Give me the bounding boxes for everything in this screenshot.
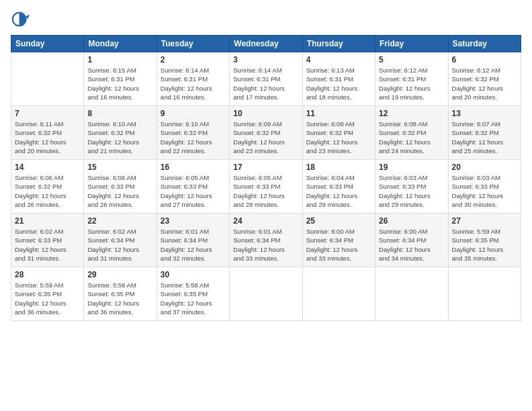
day-number: 13 [452,109,517,118]
day-number: 15 [87,163,152,172]
day-info: Sunrise: 6:06 AM Sunset: 6:32 PM Dayligh… [15,173,80,209]
day-number: 24 [233,216,298,226]
calendar-cell: 21Sunrise: 6:02 AM Sunset: 6:33 PM Dayli… [11,214,84,267]
calendar-cell: 13Sunrise: 6:07 AM Sunset: 6:32 PM Dayli… [448,106,521,160]
day-number: 8 [87,109,152,118]
day-info: Sunrise: 6:12 AM Sunset: 6:32 PM Dayligh… [452,66,517,101]
day-number: 4 [306,55,371,64]
calendar-cell: 10Sunrise: 6:09 AM Sunset: 6:32 PM Dayli… [230,106,302,160]
calendar-cell: 6Sunrise: 6:12 AM Sunset: 6:32 PM Daylig… [448,52,521,106]
day-info: Sunrise: 6:10 AM Sunset: 6:32 PM Dayligh… [161,120,226,155]
day-number: 3 [233,55,298,64]
day-info: Sunrise: 6:04 AM Sunset: 6:33 PM Dayligh… [306,173,371,209]
calendar-cell: 9Sunrise: 6:10 AM Sunset: 6:32 PM Daylig… [157,106,229,160]
day-info: Sunrise: 5:59 AM Sunset: 6:35 PM Dayligh… [15,281,80,316]
logo-icon [11,11,30,30]
day-number: 16 [161,163,226,172]
weekday-header: Monday [84,36,157,52]
day-info: Sunrise: 5:58 AM Sunset: 6:35 PM Dayligh… [161,281,226,316]
day-number: 21 [15,216,80,226]
day-info: Sunrise: 6:03 AM Sunset: 6:33 PM Dayligh… [452,173,517,209]
day-info: Sunrise: 6:08 AM Sunset: 6:32 PM Dayligh… [379,120,444,155]
calendar-cell [11,52,84,106]
day-number: 20 [452,163,517,172]
calendar-week-row: 21Sunrise: 6:02 AM Sunset: 6:33 PM Dayli… [11,214,521,267]
day-number: 29 [87,270,152,279]
day-info: Sunrise: 6:07 AM Sunset: 6:32 PM Dayligh… [452,120,517,155]
calendar-cell [448,267,521,321]
day-number: 5 [379,55,444,64]
weekday-header: Saturday [448,36,521,52]
day-number: 7 [15,109,80,118]
calendar-week-row: 7Sunrise: 6:11 AM Sunset: 6:32 PM Daylig… [11,106,521,160]
calendar-cell: 4Sunrise: 6:13 AM Sunset: 6:31 PM Daylig… [302,52,375,106]
calendar-cell: 30Sunrise: 5:58 AM Sunset: 6:35 PM Dayli… [157,267,229,321]
day-number: 28 [15,270,80,279]
day-info: Sunrise: 6:14 AM Sunset: 6:31 PM Dayligh… [161,66,226,101]
day-number: 25 [306,216,371,226]
day-info: Sunrise: 6:00 AM Sunset: 6:34 PM Dayligh… [379,227,444,263]
calendar-cell: 1Sunrise: 6:15 AM Sunset: 6:31 PM Daylig… [84,52,157,106]
calendar-week-row: 1Sunrise: 6:15 AM Sunset: 6:31 PM Daylig… [11,52,521,106]
day-number: 9 [161,109,226,118]
calendar-header-row: SundayMondayTuesdayWednesdayThursdayFrid… [11,36,521,52]
day-number: 19 [379,163,444,172]
calendar-cell [375,267,448,321]
day-info: Sunrise: 6:10 AM Sunset: 6:32 PM Dayligh… [87,120,152,155]
calendar-cell: 3Sunrise: 6:14 AM Sunset: 6:31 PM Daylig… [230,52,302,106]
day-info: Sunrise: 6:09 AM Sunset: 6:32 PM Dayligh… [233,120,298,155]
day-number: 22 [87,216,152,226]
day-info: Sunrise: 6:11 AM Sunset: 6:32 PM Dayligh… [15,120,80,155]
day-info: Sunrise: 5:59 AM Sunset: 6:35 PM Dayligh… [452,227,517,263]
calendar-cell: 17Sunrise: 6:05 AM Sunset: 6:33 PM Dayli… [230,160,302,214]
day-info: Sunrise: 6:15 AM Sunset: 6:31 PM Dayligh… [87,66,152,101]
day-info: Sunrise: 6:06 AM Sunset: 6:33 PM Dayligh… [87,173,152,209]
calendar-cell [302,267,375,321]
weekday-header: Friday [375,36,448,52]
day-number: 14 [15,163,80,172]
day-info: Sunrise: 6:14 AM Sunset: 6:31 PM Dayligh… [233,66,298,101]
calendar-cell: 24Sunrise: 6:01 AM Sunset: 6:34 PM Dayli… [230,214,302,267]
day-number: 6 [452,55,517,64]
day-info: Sunrise: 6:00 AM Sunset: 6:34 PM Dayligh… [306,227,371,263]
weekday-header: Tuesday [157,36,229,52]
calendar-cell: 26Sunrise: 6:00 AM Sunset: 6:34 PM Dayli… [375,214,448,267]
day-number: 18 [306,163,371,172]
calendar-cell: 2Sunrise: 6:14 AM Sunset: 6:31 PM Daylig… [157,52,229,106]
day-info: Sunrise: 6:03 AM Sunset: 6:33 PM Dayligh… [379,173,444,209]
day-number: 27 [452,216,517,226]
logo [11,11,32,30]
weekday-header: Sunday [11,36,84,52]
day-info: Sunrise: 6:12 AM Sunset: 6:31 PM Dayligh… [379,66,444,101]
calendar-cell: 12Sunrise: 6:08 AM Sunset: 6:32 PM Dayli… [375,106,448,160]
calendar-table: SundayMondayTuesdayWednesdayThursdayFrid… [11,35,521,321]
day-number: 30 [161,270,226,279]
day-number: 23 [161,216,226,226]
calendar-cell: 5Sunrise: 6:12 AM Sunset: 6:31 PM Daylig… [375,52,448,106]
calendar-cell: 25Sunrise: 6:00 AM Sunset: 6:34 PM Dayli… [302,214,375,267]
weekday-header: Wednesday [230,36,302,52]
calendar-cell: 28Sunrise: 5:59 AM Sunset: 6:35 PM Dayli… [11,267,84,321]
day-info: Sunrise: 6:13 AM Sunset: 6:31 PM Dayligh… [306,66,371,101]
calendar-cell: 19Sunrise: 6:03 AM Sunset: 6:33 PM Dayli… [375,160,448,214]
day-number: 11 [306,109,371,118]
day-number: 1 [87,55,152,64]
calendar-cell: 20Sunrise: 6:03 AM Sunset: 6:33 PM Dayli… [448,160,521,214]
calendar-cell: 15Sunrise: 6:06 AM Sunset: 6:33 PM Dayli… [84,160,157,214]
day-info: Sunrise: 6:01 AM Sunset: 6:34 PM Dayligh… [233,227,298,263]
weekday-header: Thursday [302,36,375,52]
calendar-cell: 7Sunrise: 6:11 AM Sunset: 6:32 PM Daylig… [11,106,84,160]
calendar-cell: 16Sunrise: 6:05 AM Sunset: 6:33 PM Dayli… [157,160,229,214]
day-number: 2 [161,55,226,64]
day-info: Sunrise: 6:05 AM Sunset: 6:33 PM Dayligh… [233,173,298,209]
day-info: Sunrise: 6:05 AM Sunset: 6:33 PM Dayligh… [161,173,226,209]
calendar-cell: 22Sunrise: 6:02 AM Sunset: 6:34 PM Dayli… [84,214,157,267]
day-number: 10 [233,109,298,118]
calendar-cell: 23Sunrise: 6:01 AM Sunset: 6:34 PM Dayli… [157,214,229,267]
calendar-cell: 27Sunrise: 5:59 AM Sunset: 6:35 PM Dayli… [448,214,521,267]
day-number: 17 [233,163,298,172]
header [11,11,521,30]
calendar-cell [230,267,302,321]
calendar-cell: 14Sunrise: 6:06 AM Sunset: 6:32 PM Dayli… [11,160,84,214]
day-info: Sunrise: 5:58 AM Sunset: 6:35 PM Dayligh… [87,281,152,316]
